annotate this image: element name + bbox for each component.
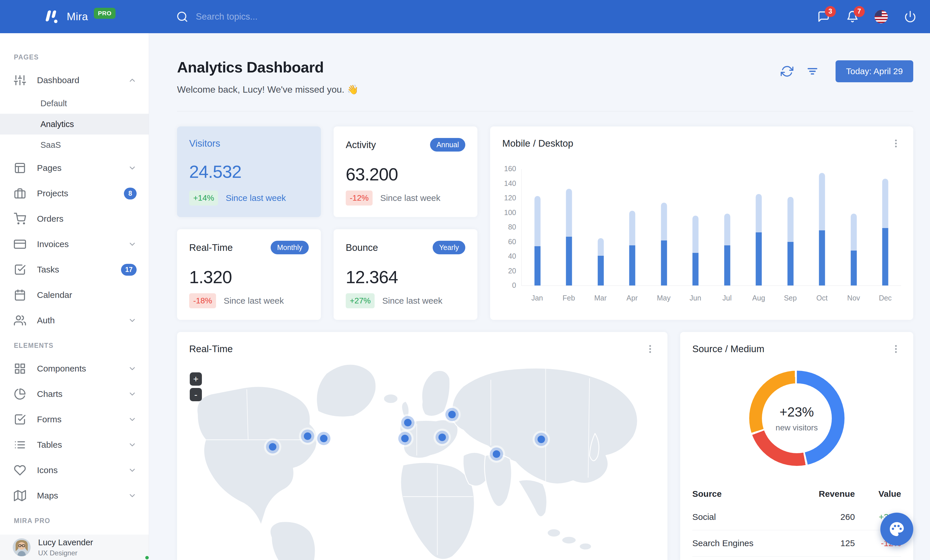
main-content: Analytics Dashboard Welcome back, Lucy! … xyxy=(149,33,930,560)
sidebar-subitem-saas[interactable]: SaaS xyxy=(0,135,149,155)
bar-desktop-segment xyxy=(693,216,699,253)
sidebar-item-projects[interactable]: Projects8 xyxy=(0,181,149,206)
bar-mobile-segment xyxy=(629,245,635,285)
world-map[interactable]: + - xyxy=(189,361,655,560)
bar-mobile-segment xyxy=(693,253,699,285)
sidebar-item-invoices[interactable]: Invoices xyxy=(0,232,149,257)
stat-period: Since last week xyxy=(382,296,442,306)
language-button[interactable] xyxy=(875,10,888,23)
map-marker-2[interactable] xyxy=(304,433,311,440)
chevron-down-icon xyxy=(128,491,137,500)
sidebar: PAGESDashboardDefaultAnalyticsSaaSPagesP… xyxy=(0,33,149,560)
stat-title: Activity xyxy=(346,140,376,150)
sidebar-section-label: MIRA PRO xyxy=(0,508,149,531)
stat-title: Bounce xyxy=(346,242,378,253)
search-bar[interactable] xyxy=(176,11,346,23)
date-range-button[interactable]: Today: April 29 xyxy=(836,60,913,82)
theme-settings-fab[interactable] xyxy=(880,512,913,546)
sidebar-item-components[interactable]: Components xyxy=(0,356,149,381)
table-header-row: Source Revenue Value xyxy=(692,484,901,504)
welcome-message: Welcome back, Lucy! We've missed you. 👋 xyxy=(177,84,359,95)
cell-revenue: 164 xyxy=(791,557,865,560)
map-marker-8[interactable] xyxy=(493,450,500,458)
bar-desktop-segment xyxy=(566,189,572,237)
sidebar-item-forms[interactable]: Forms xyxy=(0,407,149,432)
sidebar-item-label: Auth xyxy=(37,316,55,325)
chevron-up-icon xyxy=(128,76,137,84)
power-icon xyxy=(904,11,916,23)
sidebar-item-charts[interactable]: Charts xyxy=(0,381,149,407)
mira-logo-icon xyxy=(45,10,60,24)
map-marker-9[interactable] xyxy=(537,436,545,443)
palette-icon xyxy=(888,521,905,537)
page-header: Analytics Dashboard Welcome back, Lucy! … xyxy=(177,58,913,95)
sidebar-item-orders[interactable]: Orders xyxy=(0,206,149,232)
month-label: Feb xyxy=(553,294,585,302)
month-label: Jul xyxy=(711,294,743,302)
card-menu-button[interactable] xyxy=(645,344,655,354)
chevron-down-icon xyxy=(128,390,137,398)
sign-out-button[interactable] xyxy=(904,10,917,23)
map-marker-6[interactable] xyxy=(401,435,409,442)
bar-column-nov xyxy=(838,169,870,285)
chevron-down-icon xyxy=(128,466,137,474)
cell-source: Direct xyxy=(692,557,791,560)
change-chip: -18% xyxy=(189,293,216,308)
map-marker-5[interactable] xyxy=(448,411,456,418)
month-label: Jun xyxy=(680,294,711,302)
bar-desktop-segment xyxy=(534,196,540,246)
month-label: May xyxy=(648,294,680,302)
table-row-search-engines: Search Engines125-12% xyxy=(692,530,901,557)
chevron-down-icon xyxy=(128,364,137,373)
map-marker-3[interactable] xyxy=(320,435,328,442)
chart-title: Mobile / Desktop xyxy=(502,138,573,149)
sidebar-item-maps[interactable]: Maps xyxy=(0,483,149,508)
chart-plot-area xyxy=(521,169,901,286)
filter-button[interactable] xyxy=(806,65,819,78)
card-menu-button[interactable] xyxy=(891,138,901,149)
stat-period: Since last week xyxy=(226,193,286,203)
top-navbar: Mira PRO 3 7 xyxy=(0,0,930,33)
sidebar-item-calendar[interactable]: Calendar xyxy=(0,282,149,308)
bar-desktop-segment xyxy=(787,197,793,242)
cell-revenue: 125 xyxy=(791,530,865,557)
more-vertical-icon xyxy=(891,344,901,354)
search-input[interactable] xyxy=(196,12,346,22)
card-menu-button[interactable] xyxy=(891,344,901,354)
sidebar-subitem-default[interactable]: Default xyxy=(0,93,149,114)
sidebar-item-tables[interactable]: Tables xyxy=(0,432,149,457)
map-marker-1[interactable] xyxy=(269,443,276,451)
notifications-count-badge: 7 xyxy=(854,6,865,17)
refresh-button[interactable] xyxy=(781,65,793,78)
sidebar-item-label: Calendar xyxy=(37,290,72,300)
sidebar-user-footer[interactable]: Lucy Lavender UX Designer xyxy=(0,535,149,560)
sidebar-item-auth[interactable]: Auth xyxy=(0,308,149,333)
column-source: Source xyxy=(692,484,791,504)
stat-value: 24.532 xyxy=(189,162,309,182)
sidebar-item-label: Orders xyxy=(37,214,63,224)
messages-button[interactable]: 3 xyxy=(817,10,830,23)
sidebar-subitem-analytics[interactable]: Analytics xyxy=(0,114,149,135)
sidebar-section-label: ELEMENTS xyxy=(0,333,149,356)
y-tick-label: 20 xyxy=(502,267,516,275)
sidebar-item-label: Projects xyxy=(37,189,68,198)
sidebar-item-icons[interactable]: Icons xyxy=(0,457,149,483)
map-marker-4[interactable] xyxy=(404,419,411,427)
chart-y-axis: 020406080100120140160 xyxy=(502,169,521,286)
sidebar-item-tasks[interactable]: Tasks17 xyxy=(0,257,149,282)
world-map-graphic xyxy=(189,361,655,560)
stat-title: Real-Time xyxy=(189,242,233,253)
map-zoom-in-button[interactable]: + xyxy=(190,372,202,386)
sidebar-item-pages[interactable]: Pages xyxy=(0,155,149,181)
sidebar-item-label: Invoices xyxy=(37,239,69,249)
y-tick-label: 120 xyxy=(502,194,516,202)
map-marker-7[interactable] xyxy=(439,434,446,441)
y-tick-label: 100 xyxy=(502,209,516,217)
bar-column-oct xyxy=(806,169,838,285)
map-zoom-out-button[interactable]: - xyxy=(190,388,202,401)
y-tick-label: 160 xyxy=(502,164,516,173)
sidebar-item-dashboard[interactable]: Dashboard xyxy=(0,68,149,93)
notifications-button[interactable]: 7 xyxy=(846,10,859,23)
search-icon xyxy=(176,11,188,23)
brand[interactable]: Mira PRO xyxy=(0,10,115,24)
